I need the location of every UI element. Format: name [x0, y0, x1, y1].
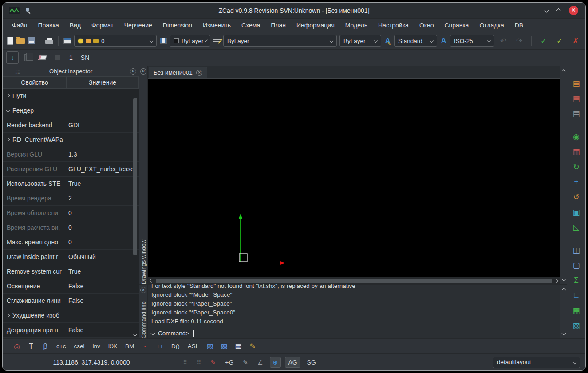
d-func-button[interactable]: D()	[168, 341, 183, 351]
redo-button[interactable]: ↷	[513, 35, 525, 47]
ag-toggle-button[interactable]: AG	[285, 357, 300, 368]
menu-item-Формат[interactable]: Формат	[87, 20, 118, 31]
hatch-dense-icon[interactable]: ▩	[218, 341, 230, 352]
angle-icon[interactable]: ∟	[571, 290, 582, 301]
horizontal-scrollbar[interactable]	[148, 277, 560, 284]
osnap-toggle-button[interactable]: ⊕	[270, 357, 281, 368]
inspector-row[interactable]: Деградация при пFalse	[3, 323, 139, 338]
inspector-row[interactable]: Рендер	[3, 103, 139, 118]
grid-dots2-icon[interactable]: ⠿	[194, 357, 204, 367]
inspector-row[interactable]: Render backendGDI	[3, 118, 139, 133]
angle-snap-icon[interactable]: ∠	[255, 357, 266, 367]
split-square-icon[interactable]: ◫	[571, 244, 582, 256]
red-book-icon[interactable]: ▤	[571, 93, 582, 104]
green-table-icon[interactable]: ▦	[571, 305, 582, 316]
scroll-down-icon[interactable]	[561, 277, 566, 282]
inspector-row[interactable]: Версия GLU1.3	[3, 147, 139, 162]
point-marker-icon[interactable]: ▪	[139, 341, 151, 352]
drawing-tab[interactable]: Без имени001	[149, 67, 207, 78]
layer-manager-button[interactable]	[63, 35, 71, 47]
column-header-property[interactable]: Свойство	[3, 77, 67, 88]
scroll-right-icon[interactable]	[555, 279, 558, 283]
maximize-icon[interactable]	[556, 8, 561, 13]
drawings-panel-strip[interactable]: Drawings window	[139, 66, 148, 284]
menu-item-План[interactable]: План	[266, 20, 291, 31]
kzh-button[interactable]: КЖ	[105, 341, 120, 351]
select-tool-button[interactable]	[51, 51, 64, 64]
inspector-row[interactable]: Пути	[3, 89, 139, 103]
plus-icon[interactable]: +	[571, 176, 582, 188]
tab-close-icon[interactable]	[196, 70, 202, 76]
copy-sheets-button[interactable]	[21, 51, 34, 64]
expand-icon[interactable]	[6, 109, 10, 112]
scrollbar-thumb[interactable]	[133, 98, 137, 255]
linetype-manager-button[interactable]	[213, 35, 221, 47]
menu-item-Окно[interactable]: Окно	[414, 20, 439, 31]
inspector-row[interactable]: Время обновлени0	[3, 206, 139, 220]
inspector-row[interactable]: Ухудшение изоб	[3, 308, 139, 323]
snap-pencil-icon[interactable]: ✎	[208, 357, 219, 367]
layer-combo[interactable]: 0	[74, 35, 157, 47]
drawing-canvas[interactable]	[148, 79, 560, 277]
gray-panel-icon[interactable]: ▤	[571, 108, 582, 119]
vm-button[interactable]: ВМ	[122, 341, 137, 351]
scroll-left-icon[interactable]	[150, 279, 153, 283]
scrollbar-track[interactable]	[155, 277, 553, 284]
menu-item-Модель[interactable]: Модель	[340, 20, 372, 31]
inspector-row[interactable]: Время рендера2	[3, 191, 139, 206]
open-file-button[interactable]	[16, 35, 25, 47]
sigma-icon[interactable]: Σ	[571, 275, 582, 286]
insert-block-button[interactable]: ↓	[6, 51, 19, 64]
osnap-modes-icon[interactable]: ◎	[11, 341, 23, 352]
menu-item-Изменить[interactable]: Изменить	[198, 20, 236, 31]
erase-button[interactable]	[36, 51, 49, 64]
grid-white-icon[interactable]: ▦	[232, 341, 245, 352]
menu-item-Вид[interactable]: Вид	[65, 20, 86, 31]
text-tool-icon[interactable]: T	[25, 341, 37, 352]
scroll-down-icon[interactable]	[561, 331, 566, 336]
command-scrollbar[interactable]	[560, 285, 567, 338]
print-button[interactable]	[45, 35, 53, 47]
scroll-up-icon[interactable]	[561, 288, 566, 292]
inspector-row[interactable]: Макс. время одно0	[3, 235, 139, 250]
expand-icon[interactable]	[6, 138, 10, 141]
menu-item-Файл[interactable]: Файл	[7, 20, 32, 31]
asl-button[interactable]: ASL	[185, 341, 202, 351]
scrollbar-thumb[interactable]	[156, 279, 552, 283]
ccc-button[interactable]: c+c	[53, 341, 69, 351]
inspector-row[interactable]: RD_CurrentWAPa	[3, 133, 139, 147]
apply-edit-button[interactable]: ✓	[553, 35, 566, 47]
expand-icon[interactable]	[6, 94, 10, 98]
inspector-row[interactable]: Remove system curTrue	[3, 264, 139, 279]
layout-combo[interactable]: defaultlayout	[493, 357, 580, 368]
apply-button[interactable]: ✓	[537, 35, 550, 47]
color-combo[interactable]: ByLayer	[170, 35, 210, 47]
menu-item-DB[interactable]: DB	[510, 20, 528, 31]
dimstyle-manager-button[interactable]: A	[440, 35, 447, 47]
colored-grid-icon[interactable]: ▦	[571, 146, 582, 157]
history-dropdown-icon[interactable]	[151, 331, 155, 336]
inspector-row[interactable]: Сглаживание линиFalse	[3, 294, 139, 308]
lineweight-combo[interactable]: ByLayer	[339, 35, 381, 47]
inv-button[interactable]: inv	[89, 341, 103, 351]
paint-icon[interactable]: ✎	[246, 341, 259, 352]
close-icon[interactable]	[130, 68, 136, 75]
plusplus-button[interactable]: ++	[153, 341, 166, 351]
frame-icon[interactable]: ▢	[571, 259, 582, 271]
inspector-scrollbar[interactable]	[132, 91, 138, 337]
orange-book-icon[interactable]: ▤	[571, 78, 582, 89]
titlebar[interactable]: ZCad v0.9.8 Revision SVN:Unknown - [Без …	[3, 3, 585, 19]
column-header-value[interactable]: Значение	[67, 77, 138, 88]
menu-item-Справка[interactable]: Справка	[439, 20, 474, 31]
block-tool-icon[interactable]: β	[39, 341, 51, 352]
csel-button[interactable]: csel	[71, 341, 87, 351]
dimstyle-combo[interactable]: ISO-25	[450, 35, 494, 47]
inspector-row[interactable]: Draw inside paint rОбычный	[3, 250, 139, 264]
undo-button[interactable]: ↶	[497, 35, 509, 47]
menu-item-Отладка[interactable]: Отладка	[474, 20, 509, 31]
grid-dots-icon[interactable]: ⠿	[180, 357, 190, 367]
inspector-row[interactable]: Расширения GLUGLU_EXT_nurbs_tessel	[3, 162, 139, 177]
object-inspector-header[interactable]: ⣿⣿ Object inspector	[3, 66, 139, 76]
command-panel-strip[interactable]: Command line	[139, 285, 148, 338]
linetype-combo[interactable]: ByLayer	[223, 35, 337, 47]
